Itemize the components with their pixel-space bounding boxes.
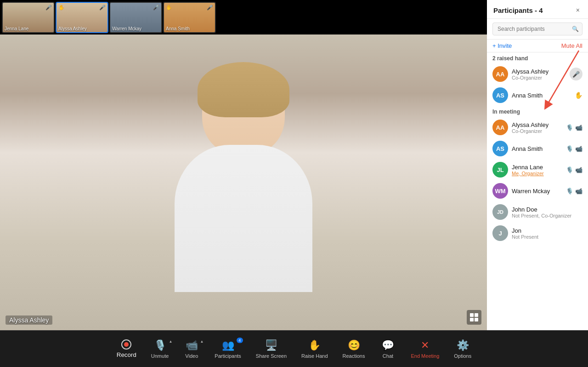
participant-item-jenna-meeting[interactable]: JL Jenna Lane Me, Organizer 🎙️ 📹 [487,159,588,180]
participants-icon: 👥 [222,339,234,351]
unmute-chevron: ▲ [169,339,172,344]
mic-icon-alyssa-meeting[interactable]: 🎙️ [566,124,573,131]
options-label: Options [454,353,471,359]
participant-item-warren-meeting[interactable]: WM Warren Mckay 🎙️ 📹 [487,180,588,201]
participant-info-alyssa-raised: Alyssa Ashley Co-Organizer [512,68,570,80]
avatar-alyssa-raised: AA [492,66,508,82]
participant-info-alyssa-meeting: Alyssa Ashley Co-Organizer [512,121,566,134]
raised-hand-section-header: 2 raised hand [487,52,588,63]
share-screen-icon: 🖥️ [265,339,277,351]
mic-icon-jenna-meeting[interactable]: 🎙️ [566,166,573,173]
share-screen-button[interactable]: 🖥️ Share Screen [250,337,292,361]
participant-info-jon: Jon Not Present [512,227,582,240]
avatar-warren-meeting: WM [492,183,508,199]
participants-panel: Participants - 4 × 🔍 + Invite Mute All 2… [487,0,588,330]
thumbnail-alyssa[interactable]: ✋ Alyssa Ashley 🎤 [56,2,108,33]
end-meeting-button[interactable]: ✕ End Meeting [405,337,445,361]
main-video: Alyssa Ashley [0,34,487,330]
chat-label: Chat [383,353,393,359]
video-label: Video [185,353,198,359]
chat-icon: 💬 [382,339,394,351]
thumbnail-jenna[interactable]: Jenna Lane 🎤 [2,2,55,33]
thumbnail-name-anna: Anna Smith [166,26,190,31]
close-panel-button[interactable]: × [574,6,582,15]
participant-role-alyssa-meeting: Co-Organizer [512,128,566,134]
svg-rect-0 [470,313,474,317]
options-button[interactable]: ⚙️ Options [448,337,477,361]
mic-icon-alyssa: 🎤 [572,71,580,78]
participant-info-johndoe: John Doe Not Present, Co-Organizer [512,206,582,218]
avatar-jenna-meeting: JL [492,162,508,178]
chat-button[interactable]: 💬 Chat [374,337,401,361]
avatar-initials: AS [496,92,504,99]
participant-item-jon[interactable]: J Jon Not Present [487,223,588,244]
raise-hand-icon: ✋ [308,339,321,351]
grid-view-button[interactable] [467,310,481,325]
participant-role-johndoe: Not Present, Co-Organizer [512,213,582,218]
thumbnail-name-alyssa: Alyssa Ashley [58,26,87,31]
panel-title: Participants - 4 [493,6,543,14]
participant-name-alyssa-meeting: Alyssa Ashley [512,121,566,128]
mic-off-icon-anna: 🎤 [207,5,213,11]
raise-hand-label: Raise Hand [301,353,328,359]
participant-actions-anna-raised: ✋ [575,92,582,99]
mic-icon-warren-meeting[interactable]: 🎙️ [566,188,573,195]
participant-item-alyssa-meeting[interactable]: AA Alyssa Ashley Co-Organizer 🎙️ 📹 [487,117,588,138]
mute-all-button[interactable]: Mute All [561,42,582,49]
end-meeting-label: End Meeting [411,353,439,359]
participant-name-jon: Jon [512,227,582,234]
svg-rect-2 [470,318,474,321]
participant-info-jenna-meeting: Jenna Lane Me, Organizer [512,164,566,176]
avatar-anna-meeting: AS [492,141,508,156]
search-input[interactable] [492,23,582,35]
participant-role-jenna-meeting: Me, Organizer [512,171,566,176]
participant-info-warren-meeting: Warren Mckay [512,188,566,195]
in-meeting-section-header: In meeting [487,106,588,117]
participant-item-anna-meeting[interactable]: AS Anna Smith 🎙️ 📹 [487,138,588,159]
svg-rect-1 [475,313,478,317]
video-icon-anna-meeting[interactable]: 📹 [575,145,582,152]
participant-actions-alyssa-meeting: 🎙️ 📹 [566,124,582,131]
participant-name-anna-raised: Anna Smith [512,92,575,99]
invite-button[interactable]: + Invite [492,42,512,49]
grid-icon [469,313,479,322]
participant-item-johndoe[interactable]: JD John Doe Not Present, Co-Organizer [487,201,588,223]
participant-name-jenna-meeting: Jenna Lane [512,164,566,171]
video-icon-jenna-meeting[interactable]: 📹 [575,166,582,173]
video-icon: 📹 [186,339,198,351]
thumbnail-warren[interactable]: Warren Mckay 🎤 [109,2,162,33]
reactions-button[interactable]: 😊 Reactions [337,337,371,361]
participant-actions-warren-meeting: 🎙️ 📹 [566,188,582,195]
mic-off-icon-jenna: 🎤 [45,5,52,11]
video-icon-alyssa-meeting[interactable]: 📹 [575,124,582,131]
record-icon [121,339,131,350]
video-icon-warren-meeting[interactable]: 📹 [575,188,582,195]
participant-actions-anna-meeting: 🎙️ 📹 [566,145,582,152]
participant-name-alyssa-raised: Alyssa Ashley [512,68,570,75]
thumbnail-name-warren: Warren Mckay [112,26,141,31]
record-button[interactable]: Record [111,337,142,361]
avatar-jon: J [492,225,508,241]
video-area: Jenna Lane 🎤 ✋ Alyssa Ashley 🎤 Warren Mc… [0,0,487,330]
video-button[interactable]: 📹 Video ▲ [178,337,205,361]
raise-hand-button[interactable]: ✋ Raise Hand [296,337,333,361]
search-bar: 🔍 [487,19,588,40]
participant-info-anna-meeting: Anna Smith [512,145,566,152]
participants-button[interactable]: 👥 4 Participants [209,337,246,361]
thumbnail-name-jenna: Jenna Lane [5,26,28,31]
participant-role-jon: Not Present [512,234,582,240]
mic-off-icon-warren: 🎤 [153,5,159,11]
video-chevron: ▲ [200,339,204,344]
record-dot [124,342,129,347]
participant-item-alyssa-raised[interactable]: AA Alyssa Ashley Co-Organizer 🎤 [487,63,588,85]
mic-icon: 🎙️ [154,339,166,351]
mic-icon-anna-meeting[interactable]: 🎙️ [566,145,573,152]
avatar-anna-raised: AS [492,87,508,103]
raised-hand-icon-anna: ✋ [575,92,582,99]
thumbnail-anna[interactable]: ✋ Anna Smith 🎤 [163,2,216,33]
unmute-button[interactable]: 🎙️ Unmute ▲ [146,337,175,361]
reactions-icon: 😊 [348,339,360,351]
mute-circle-alyssa[interactable]: 🎤 [570,68,582,80]
participant-item-anna-raised[interactable]: AS Anna Smith ✋ [487,85,588,106]
thumbnail-strip: Jenna Lane 🎤 ✋ Alyssa Ashley 🎤 Warren Mc… [0,0,487,34]
